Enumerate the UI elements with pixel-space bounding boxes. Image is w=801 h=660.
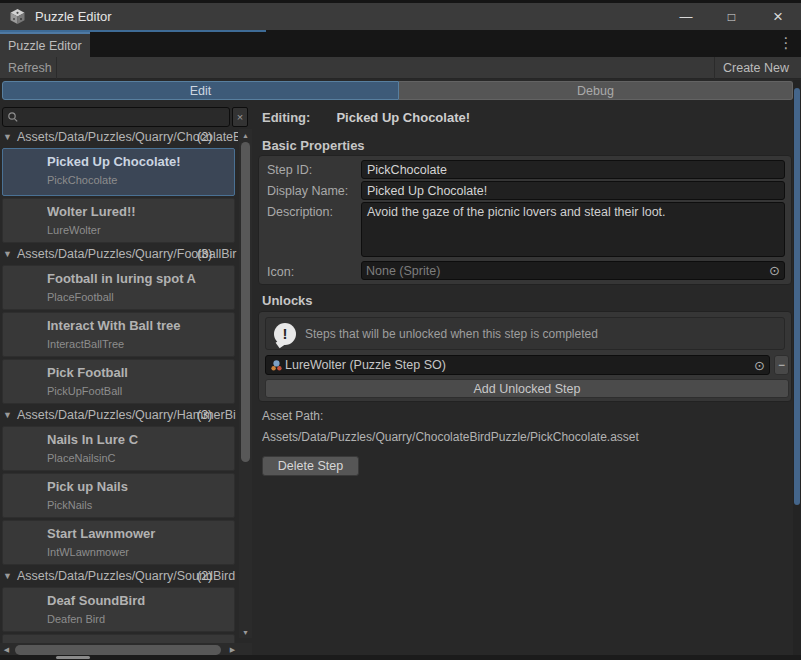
tab-label: Puzzle Editor <box>8 39 82 53</box>
step-item-lurewolter[interactable]: Wolter Lured!! LureWolter <box>2 198 235 243</box>
asset-path-value: Assets/Data/Puzzles/Quarry/ChocolateBird… <box>262 430 639 444</box>
background-window-sliver <box>56 656 90 659</box>
object-picker-icon[interactable]: ⊙ <box>769 264 780 277</box>
add-unlocked-step-label: Add Unlocked Step <box>473 382 580 396</box>
step-title: Pick Football <box>47 365 230 380</box>
search-icon <box>7 110 19 124</box>
step-title: Nails In Lure C <box>47 432 230 447</box>
info-icon: ! <box>274 323 296 345</box>
editing-value: Picked Up Chocolate! <box>336 110 470 125</box>
create-new-button[interactable]: Create New <box>714 57 795 79</box>
group-header-hammer[interactable]: ▼ Assets/Data/Puzzles/Quarry/HammerBi (3… <box>0 406 238 424</box>
step-item-pickupfootball[interactable]: Pick Football PickUpFootBall <box>2 359 235 404</box>
minimize-button[interactable]: — <box>663 3 709 30</box>
foldout-icon[interactable]: ▼ <box>3 410 17 420</box>
foldout-icon[interactable]: ▼ <box>3 571 17 581</box>
unlocks-help-text: Steps that will be unlocked when this st… <box>305 327 598 341</box>
step-item-picknails[interactable]: Pick up Nails PickNails <box>2 473 235 518</box>
toolbar <box>0 57 801 79</box>
tab-edit-label: Edit <box>190 84 212 98</box>
step-id: InteractBallTree <box>47 338 230 350</box>
foldout-icon[interactable]: ▼ <box>3 249 17 259</box>
step-item-pickchocolate[interactable]: Picked Up Chocolate! PickChocolate <box>2 148 235 196</box>
search-clear-button[interactable]: × <box>232 107 248 127</box>
step-title: Football in luring spot A <box>47 271 230 286</box>
add-unlocked-step-button[interactable]: Add Unlocked Step <box>265 379 789 398</box>
scroll-down-arrow[interactable]: ▼ <box>239 626 252 638</box>
refresh-label: Refresh <box>8 61 52 75</box>
object-picker-icon[interactable]: ⊙ <box>754 359 765 372</box>
unlock-step-value: LureWolter (Puzzle Step SO) <box>285 358 446 372</box>
list-horizontal-scrollbar-thumb[interactable] <box>15 645 221 655</box>
basic-properties-box: Step ID: Display Name: Description: Avoi… <box>258 155 792 285</box>
unlocks-box: ! Steps that will be unlocked when this … <box>258 311 792 402</box>
editing-label: Editing: <box>262 110 310 125</box>
step-title: Pick up Nails <box>47 479 230 494</box>
maximize-button[interactable]: □ <box>709 3 755 30</box>
step-id-field[interactable] <box>361 160 785 179</box>
close-button[interactable]: × <box>755 3 801 30</box>
step-item-placenailsinc[interactable]: Nails In Lure C PlaceNailsinC <box>2 426 235 471</box>
window-vertical-scrollbar-thumb[interactable] <box>794 88 800 505</box>
unlock-step-object-field[interactable]: LureWolter (Puzzle Step SO) ⊙ <box>265 355 770 375</box>
step-title: Picked Up Chocolate! <box>47 154 230 169</box>
puzzle-editor-window: Puzzle Editor — □ × Puzzle Editor ⋮ Refr… <box>0 0 801 660</box>
tab-debug[interactable]: Debug <box>399 81 793 100</box>
step-item-interactballtree[interactable]: Interact With Ball tree InteractBallTree <box>2 312 235 357</box>
unlocks-title: Unlocks <box>262 293 313 308</box>
tab-puzzle-editor[interactable]: Puzzle Editor <box>0 32 90 57</box>
app-cube-icon <box>9 8 26 25</box>
group-header-football[interactable]: ▼ Assets/Data/Puzzles/Quarry/FootballBir… <box>0 245 238 263</box>
tab-edit[interactable]: Edit <box>2 81 399 100</box>
group-count: (3) <box>197 408 212 422</box>
step-id: PlaceNailsinC <box>47 452 230 464</box>
step-id: PlaceFootball <box>47 291 230 303</box>
background-bottom-strip <box>0 655 801 660</box>
refresh-button[interactable]: Refresh <box>0 57 57 79</box>
group-count: (3) <box>197 247 212 261</box>
description-field[interactable]: Avoid the gaze of the picnic lovers and … <box>361 202 785 257</box>
step-id: Deafen Bird <box>47 613 230 625</box>
step-item-pickedupheadband[interactable]: Picked up Headband! <box>2 634 235 643</box>
tab-debug-label: Debug <box>577 84 614 98</box>
list-vertical-scrollbar[interactable]: ▲ <box>239 129 252 638</box>
step-title: Deaf SoundBird <box>47 593 230 608</box>
puzzle-step-list: ▼ Assets/Data/Puzzles/Quarry/ChocolateB … <box>0 128 238 643</box>
tab-bar <box>0 30 801 57</box>
group-count: (2) <box>197 130 212 144</box>
list-vertical-scrollbar-thumb[interactable] <box>241 142 250 462</box>
basic-properties-title: Basic Properties <box>262 138 365 153</box>
delete-step-label: Delete Step <box>278 459 343 473</box>
tab-menu-icon[interactable]: ⋮ <box>778 33 794 53</box>
group-count: (2) <box>197 569 212 583</box>
group-header-soundbird[interactable]: ▼ Assets/Data/Puzzles/Quarry/SoundBird (… <box>0 567 238 585</box>
editing-header: Editing: Picked Up Chocolate! <box>262 110 470 125</box>
remove-unlock-button[interactable]: − <box>774 355 789 375</box>
scriptable-object-icon <box>270 359 283 372</box>
maximize-icon: □ <box>728 10 736 24</box>
window-title: Puzzle Editor <box>35 9 112 24</box>
scroll-up-arrow[interactable]: ▲ <box>239 129 252 141</box>
step-id: LureWolter <box>47 224 230 236</box>
display-name-field[interactable] <box>361 181 785 200</box>
title-bar[interactable]: Puzzle Editor — □ × <box>0 3 801 30</box>
display-name-label: Display Name: <box>267 184 348 198</box>
step-id: PickUpFootBall <box>47 385 230 397</box>
step-title: Wolter Lured!! <box>47 204 230 219</box>
search-input[interactable] <box>2 107 230 127</box>
step-item-placefootball[interactable]: Football in luring spot A PlaceFootball <box>2 265 235 310</box>
foldout-icon[interactable]: ▼ <box>3 132 17 142</box>
info-glyph: ! <box>283 325 288 342</box>
step-item-intwlawnmower[interactable]: Start Lawnmower IntWLawnmower <box>2 520 235 565</box>
delete-step-button[interactable]: Delete Step <box>262 456 359 476</box>
icon-label: Icon: <box>267 265 294 279</box>
group-header-chocolate[interactable]: ▼ Assets/Data/Puzzles/Quarry/ChocolateB … <box>0 128 238 146</box>
icon-object-value: None (Sprite) <box>366 264 440 278</box>
step-item-deafsoundbird[interactable]: Deaf SoundBird Deafen Bird <box>2 587 235 632</box>
step-title: Interact With Ball tree <box>47 318 230 333</box>
icon-object-field[interactable]: None (Sprite) ⊙ <box>361 261 785 280</box>
step-id: PickNails <box>47 499 230 511</box>
step-id: IntWLawnmower <box>47 546 230 558</box>
create-new-label: Create New <box>723 61 789 75</box>
window-vertical-scrollbar[interactable] <box>793 80 801 655</box>
